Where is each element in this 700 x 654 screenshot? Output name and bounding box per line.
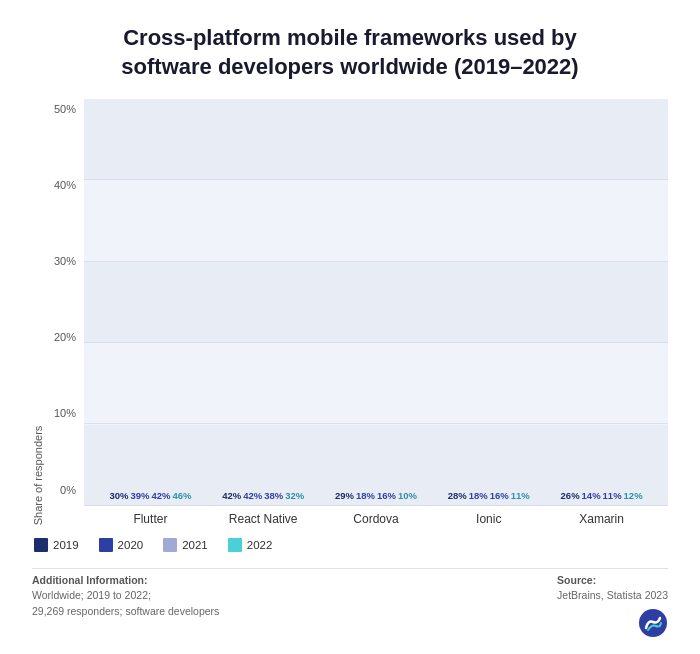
y-label-10: 10% <box>54 407 76 419</box>
legend: 2019 2020 2021 2022 <box>32 538 668 552</box>
legend-box-2022 <box>228 538 242 552</box>
x-label-cordova: Cordova <box>333 512 418 526</box>
chart-container: Cross-platform mobile frameworks used by… <box>0 0 700 654</box>
chart-area: Share of responders 50% 40% 30% 20% 10% … <box>32 99 668 525</box>
x-label-flutter: Flutter <box>108 512 193 526</box>
bar-groups: 30% 39% 42% <box>84 99 668 505</box>
legend-label-2020: 2020 <box>118 539 144 551</box>
y-label-50: 50% <box>54 103 76 115</box>
y-axis-title: Share of responders <box>32 426 44 526</box>
statista-logo-icon <box>638 608 668 638</box>
x-label-ionic: Ionic <box>446 512 531 526</box>
y-label-0: 0% <box>60 484 76 496</box>
legend-box-2020 <box>99 538 113 552</box>
footer-additional-label: Additional Information: <box>32 574 148 586</box>
legend-2020: 2020 <box>99 538 144 552</box>
bars-area: 30% 39% 42% <box>84 99 668 505</box>
x-label-xamarin: Xamarin <box>559 512 644 526</box>
y-label-20: 20% <box>54 331 76 343</box>
legend-box-2019 <box>34 538 48 552</box>
legend-box-2021 <box>163 538 177 552</box>
footer-left: Additional Information: Worldwide; 2019 … <box>32 573 219 639</box>
y-label-40: 40% <box>54 179 76 191</box>
chart-title: Cross-platform mobile frameworks used by… <box>32 24 668 81</box>
footer: Additional Information: Worldwide; 2019 … <box>32 568 668 639</box>
legend-2021: 2021 <box>163 538 208 552</box>
legend-label-2022: 2022 <box>247 539 273 551</box>
legend-label-2021: 2021 <box>182 539 208 551</box>
footer-source-label: Source: <box>557 574 596 586</box>
x-axis-labels: Flutter React Native Cordova Ionic Xamar… <box>84 512 668 526</box>
x-label-react-native: React Native <box>221 512 306 526</box>
statista-icon-area <box>638 604 668 638</box>
legend-2022: 2022 <box>228 538 273 552</box>
y-axis: 50% 40% 30% 20% 10% 0% <box>46 99 84 525</box>
legend-label-2019: 2019 <box>53 539 79 551</box>
footer-right: Source: JetBrains, Statista 2023 <box>557 573 668 605</box>
footer-source-text: JetBrains, Statista 2023 <box>557 589 668 601</box>
legend-2019: 2019 <box>34 538 79 552</box>
y-label-30: 30% <box>54 255 76 267</box>
footer-additional-text: Worldwide; 2019 to 2022;29,269 responder… <box>32 589 219 617</box>
